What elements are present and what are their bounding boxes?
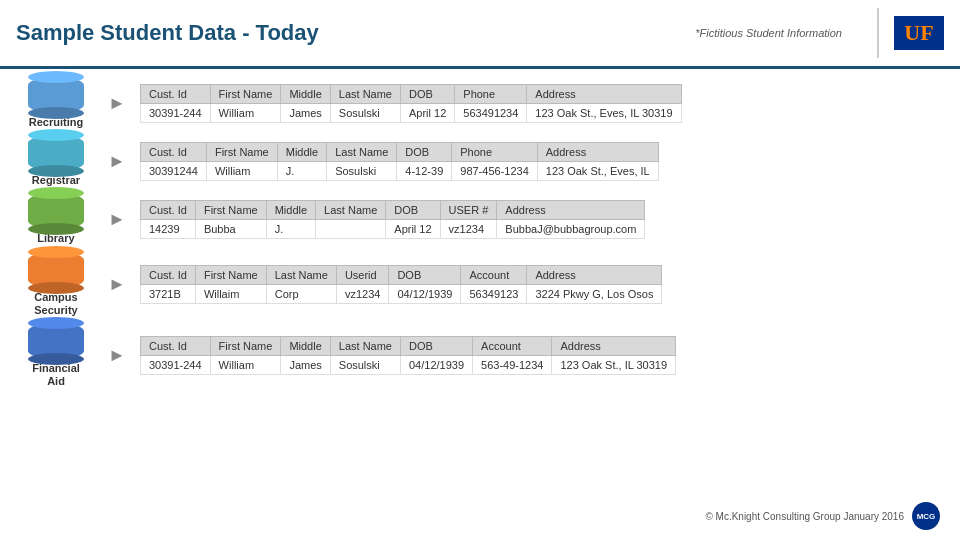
table-header-cell: Address [537,142,658,161]
table-header-cell: Middle [277,142,326,161]
uf-logo: UF [894,13,944,53]
table-header-cell: Last Name [330,84,400,103]
mcg-logo: MCG [912,502,940,530]
table-header-cell: Address [527,265,662,284]
table-header-cell: First Name [206,142,277,161]
table-header-cell: Cust. Id [141,200,196,219]
table-header-cell: Account [473,337,552,356]
table-header-cell: First Name [210,337,281,356]
table-cell: vz1234 [336,284,388,303]
table-cell: BubbaJ@bubbagroup.com [497,219,645,238]
table-header-cell: Account [461,265,527,284]
table-cell: Bubba [195,219,266,238]
table-cell: 123 Oak St., Eves, IL 30319 [527,103,681,122]
table-header-cell: Middle [281,84,330,103]
table-row: 30391-244WilliamJamesSosulskiApril 12563… [141,103,682,122]
table-cell: 4-12-39 [397,161,452,180]
table-cell: 04/12/1939 [389,284,461,303]
arrow-financial-aid: ► [108,345,128,366]
table-header-cell: Last Name [266,265,336,284]
label-text-campus-security: Campus Security [34,291,77,317]
table-cell: 3224 Pkwy G, Los Osos [527,284,662,303]
table-cell: 30391-244 [141,356,211,375]
table-row: 14239BubbaJ.April 12vz1234BubbaJ@bubbagr… [141,219,645,238]
header-subtitle: *Fictitious Student Information [695,27,842,39]
cylinder-registrar [28,135,84,171]
table-cell: 123 Oak St., Eves, IL [537,161,658,180]
table-header-cell: Cust. Id [141,265,196,284]
cylinder-library [28,193,84,229]
table-cell [316,219,386,238]
table-wrap-recruiting: Cust. IdFirst NameMiddleLast NameDOBPhon… [140,84,944,123]
label-campus-security: Campus Security [16,252,96,317]
table-library: Cust. IdFirst NameMiddleLast NameDOBUSER… [140,200,645,239]
table-cell: William [210,103,281,122]
table-wrap-library: Cust. IdFirst NameMiddleLast NameDOBUSER… [140,200,944,239]
section-campus-security: Campus Security►Cust. IdFirst NameLast N… [16,252,944,317]
table-header-cell: First Name [210,84,281,103]
table-cell: 56349123 [461,284,527,303]
table-header-cell: Middle [266,200,315,219]
table-cell: 123 Oak St., IL 30319 [552,356,676,375]
table-row: 30391244WilliamJ.Sosulski4-12-39987-456-… [141,161,659,180]
table-header-cell: Address [497,200,645,219]
table-cell: 14239 [141,219,196,238]
label-text-financial-aid: Financial Aid [32,362,80,388]
table-row: 3721BWillaimCorpvz123404/12/193956349123… [141,284,662,303]
label-recruiting: Recruiting [16,77,96,129]
table-cell: Sosulski [330,356,400,375]
table-cell: William [210,356,281,375]
table-header-cell: Cust. Id [141,142,207,161]
section-recruiting: Recruiting►Cust. IdFirst NameMiddleLast … [16,77,944,129]
table-cell: William [206,161,277,180]
arrow-library: ► [108,209,128,230]
cylinder-campus-security [28,252,84,288]
table-registrar: Cust. IdFirst NameMiddleLast NameDOBPhon… [140,142,659,181]
table-header-cell: DOB [389,265,461,284]
table-cell: 563-49-1234 [473,356,552,375]
arrow-recruiting: ► [108,93,128,114]
table-header-cell: DOB [401,84,455,103]
mcg-circle-icon: MCG [912,502,940,530]
table-header-cell: Last Name [327,142,397,161]
section-registrar: Registrar►Cust. IdFirst NameMiddleLast N… [16,135,944,187]
table-cell: James [281,356,330,375]
table-financial-aid: Cust. IdFirst NameMiddleLast NameDOBAcco… [140,336,676,375]
table-cell: Sosulski [327,161,397,180]
table-header-cell: Last Name [316,200,386,219]
table-cell: Sosulski [330,103,400,122]
table-recruiting: Cust. IdFirst NameMiddleLast NameDOBPhon… [140,84,682,123]
label-library: Library [16,193,96,245]
cylinder-financial-aid [28,323,84,359]
table-cell: vz1234 [440,219,497,238]
table-header-cell: DOB [386,200,440,219]
table-header-cell: DOB [397,142,452,161]
table-row: 30391-244WilliamJamesSosulski04/12/19395… [141,356,676,375]
page-header: Sample Student Data - Today *Fictitious … [0,0,960,69]
footer: © Mc.Knight Consulting Group January 201… [701,498,944,534]
uf-logo-text: UF [894,16,943,50]
header-divider [877,8,879,58]
page-title: Sample Student Data - Today [16,20,695,46]
section-library: Library►Cust. IdFirst NameMiddleLast Nam… [16,193,944,245]
table-cell: 30391-244 [141,103,211,122]
table-header-cell: Phone [452,142,538,161]
table-header-cell: Cust. Id [141,337,211,356]
cylinder-recruiting [28,77,84,113]
table-cell: 30391244 [141,161,207,180]
table-header-cell: Address [527,84,681,103]
arrow-registrar: ► [108,151,128,172]
table-cell: 3721B [141,284,196,303]
arrow-campus-security: ► [108,274,128,295]
table-wrap-financial-aid: Cust. IdFirst NameMiddleLast NameDOBAcco… [140,336,944,375]
table-header-cell: Phone [455,84,527,103]
main-content: Recruiting►Cust. IdFirst NameMiddleLast … [0,69,960,396]
label-registrar: Registrar [16,135,96,187]
table-cell: April 12 [386,219,440,238]
table-cell: J. [266,219,315,238]
table-cell: 563491234 [455,103,527,122]
section-financial-aid: Financial Aid►Cust. IdFirst NameMiddleLa… [16,323,944,388]
table-header-cell: Cust. Id [141,84,211,103]
table-cell: Willaim [195,284,266,303]
table-header-cell: Userid [336,265,388,284]
